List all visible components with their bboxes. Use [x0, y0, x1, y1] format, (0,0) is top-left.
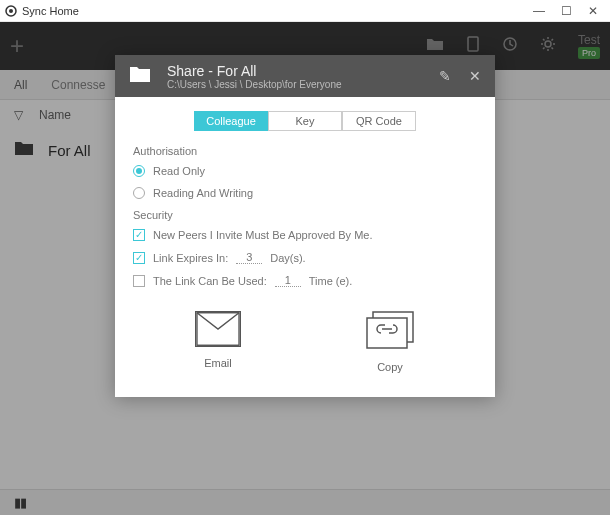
- modal-title: Share - For All: [167, 63, 342, 79]
- check-expires[interactable]: Link Expires In: Day(s).: [133, 251, 477, 264]
- window-title: Sync Home: [22, 5, 79, 17]
- svg-point-1: [9, 9, 13, 13]
- folder-icon: [129, 65, 151, 88]
- expires-input[interactable]: [236, 251, 262, 264]
- radio-readonly[interactable]: Read Only: [133, 165, 477, 177]
- share-tabs: Colleague Key QR Code: [133, 111, 477, 131]
- check-uses[interactable]: The Link Can Be Used: Time (e).: [133, 274, 477, 287]
- edit-icon[interactable]: ✎: [439, 68, 451, 84]
- copy-button[interactable]: Copy: [365, 311, 415, 373]
- svg-rect-7: [367, 318, 407, 348]
- radio-readwrite[interactable]: Reading And Writing: [133, 187, 477, 199]
- minimize-button[interactable]: —: [533, 4, 545, 18]
- tab-colleague[interactable]: Colleague: [194, 111, 268, 131]
- email-button[interactable]: Email: [195, 311, 241, 373]
- modal-path: C:\Users \ Jessi \ Desktop\for Everyone: [167, 79, 342, 90]
- radio-icon: [133, 165, 145, 177]
- close-button[interactable]: ✕: [588, 4, 598, 18]
- email-icon: [195, 311, 241, 347]
- tab-qr[interactable]: QR Code: [342, 111, 416, 131]
- copy-icon: [365, 311, 415, 351]
- checkbox-icon: [133, 275, 145, 287]
- titlebar: Sync Home — ☐ ✕: [0, 0, 610, 22]
- tab-key[interactable]: Key: [268, 111, 342, 131]
- checkbox-icon: [133, 229, 145, 241]
- app-icon: [4, 4, 18, 18]
- share-modal: Share - For All C:\Users \ Jessi \ Deskt…: [115, 55, 495, 397]
- modal-header: Share - For All C:\Users \ Jessi \ Deskt…: [115, 55, 495, 97]
- close-icon[interactable]: ✕: [469, 68, 481, 84]
- check-approve[interactable]: New Peers I Invite Must Be Approved By M…: [133, 229, 477, 241]
- uses-input[interactable]: [275, 274, 301, 287]
- radio-icon: [133, 187, 145, 199]
- auth-label: Authorisation: [133, 145, 477, 157]
- maximize-button[interactable]: ☐: [561, 4, 572, 18]
- checkbox-icon: [133, 252, 145, 264]
- security-label: Security: [133, 209, 477, 221]
